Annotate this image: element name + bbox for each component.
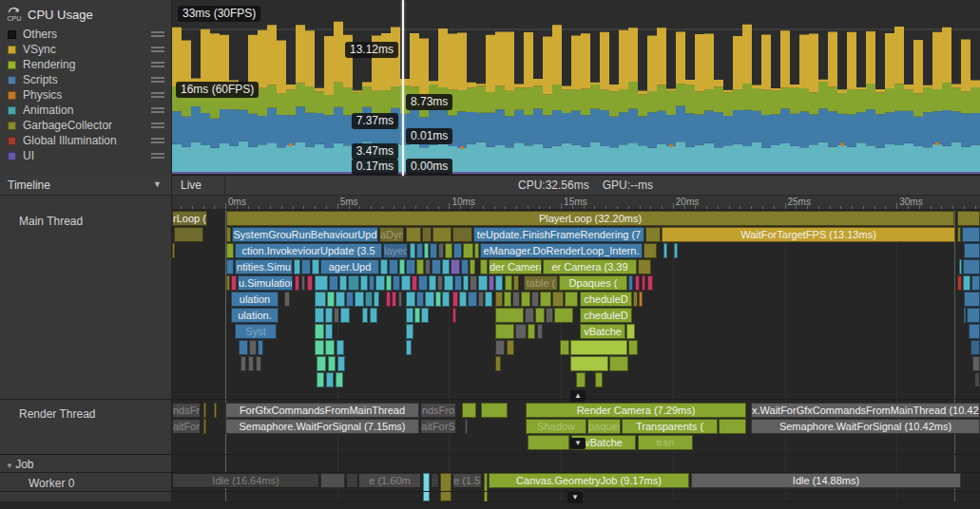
- flame-segment[interactable]: [525, 308, 534, 323]
- flame-segment[interactable]: [552, 292, 564, 307]
- flame-segment[interactable]: [315, 324, 324, 339]
- flame-segment[interactable]: [336, 292, 345, 307]
- flame-segment[interactable]: SystemGrouRunBehaviourUpd: [232, 227, 378, 242]
- flame-segment[interactable]: [970, 340, 980, 355]
- flame-segment[interactable]: [444, 275, 453, 291]
- flame-segment[interactable]: [507, 340, 514, 355]
- flame-segment[interactable]: Idle (14.88ms): [691, 473, 961, 488]
- flame-segment[interactable]: [647, 275, 653, 291]
- flame-segment[interactable]: Shadow: [526, 419, 586, 434]
- flame-segment[interactable]: Semaphore.WaitForSignal (7.15ms): [225, 419, 419, 434]
- flame-segment[interactable]: [226, 243, 234, 258]
- flame-segment[interactable]: [256, 356, 261, 371]
- flame-segment[interactable]: [355, 292, 364, 307]
- flame-segment[interactable]: [971, 275, 980, 291]
- flame-segment[interactable]: cheduleD: [580, 292, 632, 307]
- flame-segment[interactable]: Semaphore.WaitForSignal (10.42ms): [751, 419, 980, 434]
- job-group-row[interactable]: ▼ Job: [6, 458, 34, 471]
- legend-drag-handle-icon[interactable]: [151, 47, 164, 54]
- flame-segment[interactable]: [248, 356, 254, 371]
- flame-segment[interactable]: [431, 473, 439, 488]
- flame-segment[interactable]: [406, 324, 413, 339]
- flame-segment[interactable]: [512, 292, 520, 307]
- flame-segment[interactable]: [963, 275, 970, 291]
- flame-segment[interactable]: [346, 473, 358, 488]
- thread-label-render[interactable]: Render Thread: [19, 407, 96, 421]
- flame-segment[interactable]: [239, 340, 248, 355]
- flame-segment[interactable]: [964, 308, 966, 323]
- cpu-usage-chart[interactable]: 33ms (30FPS)16ms (60FPS)13.12ms8.73ms7.3…: [172, 0, 980, 176]
- flame-segment[interactable]: [642, 275, 645, 291]
- flame-segment[interactable]: [435, 292, 441, 307]
- flame-segment[interactable]: teUpdate.FinishFrameRendering (7: [473, 227, 644, 242]
- flame-segment[interactable]: er Camera (3.39: [543, 259, 637, 274]
- flame-segment[interactable]: [406, 308, 413, 323]
- legend-drag-handle-icon[interactable]: [151, 138, 164, 145]
- flame-segment[interactable]: [226, 227, 231, 242]
- flame-segment[interactable]: [328, 356, 336, 371]
- flame-segment[interactable]: [369, 275, 375, 291]
- flame-segment[interactable]: [485, 292, 492, 307]
- flame-segment[interactable]: [459, 292, 467, 307]
- legend-drag-handle-icon[interactable]: [151, 107, 164, 115]
- scroll-down-worker-button[interactable]: ▼: [567, 492, 583, 503]
- flame-segment[interactable]: [326, 372, 334, 387]
- flame-segment[interactable]: [414, 308, 420, 323]
- flame-segment[interactable]: [495, 324, 514, 339]
- flame-segment[interactable]: [465, 419, 468, 434]
- flame-segment[interactable]: [957, 227, 961, 242]
- flame-segment[interactable]: [337, 356, 345, 371]
- flame-segment[interactable]: [416, 259, 424, 274]
- flame-segment[interactable]: [393, 275, 400, 291]
- flame-segment[interactable]: Dpaques (: [559, 275, 627, 291]
- flame-segment[interactable]: [663, 243, 667, 258]
- flame-segment[interactable]: [454, 275, 462, 291]
- flame-segment[interactable]: [424, 243, 429, 258]
- flame-segment[interactable]: [463, 275, 469, 291]
- flame-segment[interactable]: u.Simulation: [238, 275, 293, 291]
- flame-segment[interactable]: [452, 308, 456, 323]
- flame-segment[interactable]: [963, 259, 980, 274]
- flame-segment[interactable]: aitFor: [172, 419, 201, 434]
- flame-segment[interactable]: [442, 259, 450, 274]
- flame-segment[interactable]: [412, 275, 417, 291]
- timeline-flame-graph[interactable]: 0ms5ms10ms15ms20ms25ms30ms rLoop (33.0Pl…: [172, 196, 980, 509]
- flame-segment[interactable]: [521, 292, 530, 307]
- flame-segment[interactable]: [315, 340, 324, 355]
- flame-segment[interactable]: [504, 292, 511, 307]
- flame-segment[interactable]: [410, 243, 415, 258]
- flame-segment[interactable]: [329, 275, 338, 291]
- flame-segment[interactable]: [398, 292, 402, 307]
- flame-segment[interactable]: [495, 308, 524, 323]
- flame-segment[interactable]: [528, 435, 569, 450]
- flame-segment[interactable]: [576, 372, 586, 387]
- flame-segment[interactable]: [315, 275, 328, 291]
- flame-segment[interactable]: [633, 292, 638, 307]
- flame-segment[interactable]: ction.InvokeviourUpdate (3.5: [235, 243, 382, 258]
- flame-segment[interactable]: [399, 259, 405, 274]
- flame-segment[interactable]: [609, 356, 628, 371]
- flame-segment[interactable]: ndsFro: [420, 403, 456, 418]
- legend-item-vsync[interactable]: VSync: [0, 42, 172, 57]
- flame-segment[interactable]: [375, 275, 385, 291]
- flame-segment[interactable]: [307, 275, 313, 291]
- flame-segment[interactable]: Canvas.GeometryJob (9.17ms): [489, 473, 689, 488]
- flame-segment[interactable]: [967, 308, 980, 323]
- flame-segment[interactable]: ulation.: [231, 308, 279, 323]
- flame-segment[interactable]: [336, 372, 343, 387]
- flame-segment[interactable]: [416, 292, 424, 307]
- flame-segment[interactable]: [315, 292, 326, 307]
- flame-segment[interactable]: aitForS: [420, 419, 456, 434]
- flame-segment[interactable]: [528, 324, 535, 339]
- flame-segment[interactable]: [957, 275, 962, 291]
- flame-segment[interactable]: [432, 259, 441, 274]
- flame-segment[interactable]: [638, 259, 651, 274]
- legend-item-animation[interactable]: Animation: [0, 103, 172, 118]
- legend-drag-handle-icon[interactable]: [151, 123, 164, 130]
- live-toggle-button[interactable]: Live: [172, 176, 225, 195]
- flame-segment[interactable]: [628, 275, 633, 291]
- flame-segment[interactable]: [301, 259, 311, 274]
- flame-segment[interactable]: [401, 275, 411, 291]
- flame-segment[interactable]: [317, 356, 326, 371]
- flame-segment[interactable]: [468, 292, 477, 307]
